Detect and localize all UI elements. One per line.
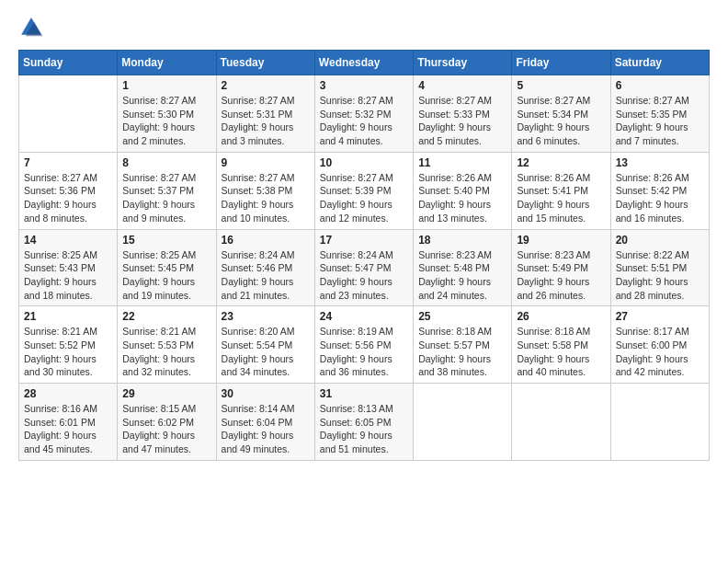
day-number: 25 [418, 310, 506, 323]
calendar-cell: 29Sunrise: 8:15 AM Sunset: 6:02 PM Dayli… [118, 384, 216, 461]
day-info: Sunrise: 8:14 AM Sunset: 6:04 PM Dayligh… [222, 402, 310, 456]
day-info: Sunrise: 8:26 AM Sunset: 5:41 PM Dayligh… [517, 171, 605, 225]
calendar-cell: 5Sunrise: 8:27 AM Sunset: 5:34 PM Daylig… [512, 75, 610, 153]
calendar-cell: 11Sunrise: 8:26 AM Sunset: 5:40 PM Dayli… [414, 152, 512, 229]
day-number: 21 [24, 310, 112, 323]
day-info: Sunrise: 8:26 AM Sunset: 5:40 PM Dayligh… [418, 171, 506, 225]
day-number: 11 [418, 156, 506, 169]
calendar-cell: 15Sunrise: 8:25 AM Sunset: 5:45 PM Dayli… [118, 229, 216, 306]
calendar-cell: 21Sunrise: 8:21 AM Sunset: 5:52 PM Dayli… [19, 306, 118, 384]
day-info: Sunrise: 8:23 AM Sunset: 5:49 PM Dayligh… [517, 248, 605, 303]
day-number: 7 [24, 156, 112, 169]
calendar-cell [414, 384, 512, 461]
weekday-header-sunday: Sunday [19, 51, 118, 75]
day-number: 4 [418, 79, 506, 92]
day-number: 12 [517, 156, 605, 169]
day-info: Sunrise: 8:26 AM Sunset: 5:42 PM Dayligh… [616, 171, 704, 225]
calendar-cell: 25Sunrise: 8:18 AM Sunset: 5:57 PM Dayli… [414, 306, 512, 384]
day-info: Sunrise: 8:27 AM Sunset: 5:36 PM Dayligh… [24, 171, 112, 225]
calendar-cell: 8Sunrise: 8:27 AM Sunset: 5:37 PM Daylig… [118, 152, 216, 229]
day-info: Sunrise: 8:19 AM Sunset: 5:56 PM Dayligh… [320, 325, 408, 379]
day-number: 24 [320, 310, 408, 323]
day-info: Sunrise: 8:27 AM Sunset: 5:33 PM Dayligh… [418, 94, 506, 148]
day-info: Sunrise: 8:25 AM Sunset: 5:43 PM Dayligh… [24, 248, 112, 303]
day-info: Sunrise: 8:27 AM Sunset: 5:30 PM Dayligh… [122, 94, 210, 148]
day-info: Sunrise: 8:25 AM Sunset: 5:45 PM Dayligh… [122, 248, 210, 303]
calendar-cell: 14Sunrise: 8:25 AM Sunset: 5:43 PM Dayli… [19, 229, 118, 306]
header [18, 15, 710, 40]
weekday-header-friday: Friday [512, 51, 610, 75]
calendar-cell: 13Sunrise: 8:26 AM Sunset: 5:42 PM Dayli… [610, 152, 709, 229]
day-info: Sunrise: 8:15 AM Sunset: 6:02 PM Dayligh… [122, 402, 210, 456]
day-info: Sunrise: 8:18 AM Sunset: 5:57 PM Dayligh… [418, 325, 506, 379]
calendar-cell: 9Sunrise: 8:27 AM Sunset: 5:38 PM Daylig… [216, 152, 314, 229]
calendar-cell: 18Sunrise: 8:23 AM Sunset: 5:48 PM Dayli… [414, 229, 512, 306]
calendar-body: 1Sunrise: 8:27 AM Sunset: 5:30 PM Daylig… [19, 75, 710, 461]
calendar-cell [610, 384, 709, 461]
day-info: Sunrise: 8:27 AM Sunset: 5:38 PM Dayligh… [222, 171, 310, 225]
day-info: Sunrise: 8:27 AM Sunset: 5:35 PM Dayligh… [616, 94, 704, 148]
weekday-header-saturday: Saturday [610, 51, 709, 75]
weekday-header-monday: Monday [118, 51, 216, 75]
day-number: 23 [222, 310, 310, 323]
day-number: 8 [122, 156, 210, 169]
calendar-cell: 10Sunrise: 8:27 AM Sunset: 5:39 PM Dayli… [314, 152, 413, 229]
day-number: 10 [320, 156, 408, 169]
day-number: 31 [320, 387, 408, 400]
day-number: 5 [517, 79, 605, 92]
day-number: 16 [222, 234, 310, 247]
day-info: Sunrise: 8:21 AM Sunset: 5:53 PM Dayligh… [122, 325, 210, 379]
calendar-cell: 27Sunrise: 8:17 AM Sunset: 6:00 PM Dayli… [610, 306, 709, 384]
day-number: 6 [616, 79, 704, 92]
day-number: 18 [418, 234, 506, 247]
calendar-cell: 4Sunrise: 8:27 AM Sunset: 5:33 PM Daylig… [414, 75, 512, 153]
calendar-cell: 22Sunrise: 8:21 AM Sunset: 5:53 PM Dayli… [118, 306, 216, 384]
page: SundayMondayTuesdayWednesdayThursdayFrid… [0, 0, 728, 563]
day-info: Sunrise: 8:22 AM Sunset: 5:51 PM Dayligh… [616, 248, 704, 303]
calendar-cell [512, 384, 610, 461]
week-row-1: 1Sunrise: 8:27 AM Sunset: 5:30 PM Daylig… [19, 75, 710, 153]
day-info: Sunrise: 8:18 AM Sunset: 5:58 PM Dayligh… [517, 325, 605, 379]
day-number: 2 [222, 79, 310, 92]
calendar-cell: 3Sunrise: 8:27 AM Sunset: 5:32 PM Daylig… [314, 75, 413, 153]
calendar-cell: 2Sunrise: 8:27 AM Sunset: 5:31 PM Daylig… [216, 75, 314, 153]
calendar-cell: 20Sunrise: 8:22 AM Sunset: 5:51 PM Dayli… [610, 229, 709, 306]
day-info: Sunrise: 8:13 AM Sunset: 6:05 PM Dayligh… [320, 402, 408, 456]
day-number: 28 [24, 387, 112, 400]
day-number: 29 [122, 387, 210, 400]
calendar-cell [19, 75, 118, 153]
calendar-cell: 16Sunrise: 8:24 AM Sunset: 5:46 PM Dayli… [216, 229, 314, 306]
day-number: 3 [320, 79, 408, 92]
calendar-cell: 17Sunrise: 8:24 AM Sunset: 5:47 PM Dayli… [314, 229, 413, 306]
weekday-header-thursday: Thursday [414, 51, 512, 75]
day-info: Sunrise: 8:16 AM Sunset: 6:01 PM Dayligh… [24, 402, 112, 456]
day-number: 15 [122, 234, 210, 247]
day-info: Sunrise: 8:27 AM Sunset: 5:34 PM Dayligh… [517, 94, 605, 148]
day-number: 17 [320, 234, 408, 247]
day-info: Sunrise: 8:27 AM Sunset: 5:31 PM Dayligh… [222, 94, 310, 148]
day-number: 20 [616, 234, 704, 247]
calendar-cell: 24Sunrise: 8:19 AM Sunset: 5:56 PM Dayli… [314, 306, 413, 384]
day-info: Sunrise: 8:27 AM Sunset: 5:39 PM Dayligh… [320, 171, 408, 225]
calendar-cell: 23Sunrise: 8:20 AM Sunset: 5:54 PM Dayli… [216, 306, 314, 384]
day-number: 30 [222, 387, 310, 400]
weekday-header-tuesday: Tuesday [216, 51, 314, 75]
day-info: Sunrise: 8:24 AM Sunset: 5:46 PM Dayligh… [222, 248, 310, 303]
day-info: Sunrise: 8:17 AM Sunset: 6:00 PM Dayligh… [616, 325, 704, 379]
logo [18, 15, 48, 40]
calendar-cell: 12Sunrise: 8:26 AM Sunset: 5:41 PM Dayli… [512, 152, 610, 229]
day-info: Sunrise: 8:20 AM Sunset: 5:54 PM Dayligh… [222, 325, 310, 379]
logo-icon [18, 15, 44, 40]
week-row-5: 28Sunrise: 8:16 AM Sunset: 6:01 PM Dayli… [19, 384, 710, 461]
calendar-cell: 19Sunrise: 8:23 AM Sunset: 5:49 PM Dayli… [512, 229, 610, 306]
day-info: Sunrise: 8:24 AM Sunset: 5:47 PM Dayligh… [320, 248, 408, 303]
calendar-cell: 1Sunrise: 8:27 AM Sunset: 5:30 PM Daylig… [118, 75, 216, 153]
day-number: 9 [222, 156, 310, 169]
day-info: Sunrise: 8:23 AM Sunset: 5:48 PM Dayligh… [418, 248, 506, 303]
week-row-2: 7Sunrise: 8:27 AM Sunset: 5:36 PM Daylig… [19, 152, 710, 229]
calendar-cell: 6Sunrise: 8:27 AM Sunset: 5:35 PM Daylig… [610, 75, 709, 153]
weekday-header-wednesday: Wednesday [314, 51, 413, 75]
calendar-cell: 7Sunrise: 8:27 AM Sunset: 5:36 PM Daylig… [19, 152, 118, 229]
day-info: Sunrise: 8:21 AM Sunset: 5:52 PM Dayligh… [24, 325, 112, 379]
day-number: 14 [24, 234, 112, 247]
